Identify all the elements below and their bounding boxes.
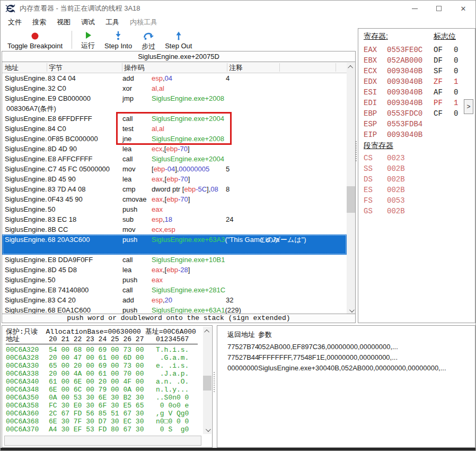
stack-row[interactable]: 00000000SiglusEngine.exe+30040B,052AB000… bbox=[217, 363, 473, 374]
hexdump-row[interactable]: 00C6A33065 00 20 00 69 00 73 00e. .i.s. bbox=[2, 362, 204, 370]
segment-register-row[interactable]: DS002B bbox=[364, 174, 427, 185]
toolbar-step-into[interactable]: Step Into bbox=[100, 28, 137, 51]
register-row[interactable]: ECX0093040B bbox=[364, 66, 433, 76]
register-row[interactable]: ESI0093040B bbox=[364, 87, 433, 98]
flag-row[interactable]: CF0 bbox=[434, 108, 465, 119]
menu-item-3[interactable]: 视图 bbox=[51, 16, 76, 28]
instruction-address: SiglusEngine. bbox=[5, 134, 48, 144]
disasm-row[interactable]: SiglusEngine.E8 74140800callSiglusEngine… bbox=[2, 285, 347, 295]
register-row[interactable]: EDX0093040B bbox=[364, 76, 433, 87]
scroll-up-icon[interactable] bbox=[347, 63, 355, 71]
disasm-column-label[interactable]: 字节 bbox=[49, 62, 63, 73]
hex-address: 00C6A320 bbox=[6, 346, 39, 354]
flag-row[interactable]: PF1 bbox=[434, 98, 465, 108]
expand-registers-button[interactable]: > bbox=[464, 99, 473, 114]
disasm-row[interactable]: SiglusEngine.8D 4D 90leaecx,[ebp-70] bbox=[2, 144, 347, 154]
hexdump-row[interactable]: 00C6A32820 00 47 00 61 00 6D 00 .G.a.m. bbox=[2, 354, 204, 362]
flag-row[interactable]: SF0 bbox=[434, 66, 465, 76]
segment-register-row[interactable]: CS0023 bbox=[364, 153, 427, 163]
disasm-row-selected[interactable]: SiglusEngine.68 20A3C600pushSiglusEngine… bbox=[2, 235, 347, 255]
disasm-row[interactable]: SiglusEngine.E8 DDA9F0FFcallSiglusEngine… bbox=[2, 255, 347, 265]
hex-ascii: ,g V Qg0 bbox=[156, 410, 189, 418]
segment-register-row[interactable]: FS0053 bbox=[364, 195, 427, 206]
hexdump-row[interactable]: 00C6A3602C 67 FD 56 85 51 67 30,g V Qg0 bbox=[2, 410, 204, 418]
hexdump-row[interactable]: 00C6A34061 00 6E 00 20 00 4F 00a.n. .O. bbox=[2, 378, 204, 386]
disasm-row[interactable]: SiglusEngine.0F43 45 90cmovaeeax,[ebp-70… bbox=[2, 194, 347, 204]
scrollbar-thumb[interactable] bbox=[347, 186, 355, 213]
scroll-down-icon[interactable] bbox=[203, 426, 211, 434]
disasm-row[interactable]: SiglusEngine.E9 CB000000jmpSiglusEngine.… bbox=[2, 93, 347, 103]
panel-splitter-handle[interactable] bbox=[356, 141, 357, 161]
disasm-row[interactable]: SiglusEngine.83 C4 20addesp,2032 bbox=[2, 295, 347, 305]
register-row[interactable]: EBX052AB000 bbox=[364, 55, 433, 66]
register-row[interactable]: EDI0093040B bbox=[364, 98, 433, 108]
flag-value: 1 bbox=[454, 98, 458, 108]
segment-register-row[interactable]: ES002B bbox=[364, 185, 427, 195]
panel-splitter-handle[interactable] bbox=[214, 372, 215, 392]
hexdump-row[interactable]: 00C6A32054 00 68 00 69 00 73 00T.h.i.s. bbox=[2, 346, 204, 354]
hexdump-row[interactable]: 00C6A3500A 00 53 30 6E 30 B2 30..S0n0 0 bbox=[2, 394, 204, 402]
disasm-row[interactable]: SiglusEngine.8B CCmovecx,esp bbox=[2, 224, 347, 235]
segment-name: DS bbox=[364, 175, 373, 184]
menu-item-1[interactable]: 文件 bbox=[3, 16, 27, 28]
toolbar-button-label: 运行 bbox=[81, 41, 95, 50]
disasm-row[interactable]: SiglusEngine.0F85 BC000000jneSiglusEngin… bbox=[2, 134, 347, 144]
disasm-row[interactable]: SiglusEngine.83 EC 18subesp,1824 bbox=[2, 214, 347, 224]
register-row[interactable]: ESP0553FDB4 bbox=[364, 119, 433, 129]
stack-col-parameters: 参数 bbox=[258, 330, 272, 340]
hexdump-scrollbar[interactable] bbox=[203, 327, 211, 434]
hexdump-row[interactable]: 00C6A358FC 30 E0 30 6F 30 E5 65 0 0o0 e bbox=[2, 402, 204, 410]
flag-row[interactable]: OF0 bbox=[434, 45, 465, 55]
disasm-column-label[interactable]: 操作码 bbox=[124, 62, 145, 73]
flag-row[interactable]: AF0 bbox=[434, 87, 465, 98]
scrollbar-thumb[interactable] bbox=[203, 376, 211, 391]
flag-row[interactable]: ZF1 bbox=[434, 76, 465, 87]
disasm-label-row[interactable]: 008306A7(条件) bbox=[2, 103, 347, 114]
toolbar-step-over[interactable]: 步过 bbox=[137, 28, 160, 51]
disasm-row[interactable]: SiglusEngine.E8 AFFCFFFFcallSiglusEngine… bbox=[2, 154, 347, 164]
stack-row[interactable]: 77527B74052AB000,EF897C36,00000000,00000… bbox=[217, 342, 473, 352]
segment-register-row[interactable]: SS002B bbox=[364, 163, 427, 174]
hexdump-row[interactable]: 00C6A3686E 30 7F 30 D7 30 EC 30n0□0 0 0 bbox=[2, 418, 204, 426]
scroll-up-icon[interactable] bbox=[203, 327, 211, 335]
hexdump-row[interactable]: 00C6A33820 00 4A 00 61 00 70 00 .J.a.p. bbox=[2, 370, 204, 378]
disasm-column-label[interactable]: 地址 bbox=[5, 62, 19, 73]
toolbar-run[interactable]: 运行 bbox=[76, 28, 100, 51]
maximize-button[interactable] bbox=[428, 1, 450, 16]
menu-item-2[interactable]: 搜索 bbox=[27, 16, 51, 28]
disasm-row[interactable]: SiglusEngine.C7 45 FC 05000000mov[ebp-04… bbox=[2, 164, 347, 174]
hexdump-row[interactable]: 00C6A370A4 30 EF 53 FD 80 67 30 0 S g0 bbox=[2, 426, 204, 433]
disasm-column-label[interactable]: 注释 bbox=[229, 62, 243, 73]
menu-item-6[interactable]: 内核工具 bbox=[125, 16, 163, 28]
close-button[interactable]: ✕ bbox=[452, 1, 474, 16]
disassembly-scrollbar[interactable] bbox=[347, 63, 355, 315]
stack-row[interactable]: 77527B44FFFFFFFF,77548F1E,00000000,00000… bbox=[217, 352, 473, 363]
disasm-row[interactable]: SiglusEngine.83 7D A4 08cmpdword ptr [eb… bbox=[2, 184, 347, 194]
toolbar-step-out[interactable]: Step Out bbox=[160, 28, 197, 51]
disasm-row[interactable]: SiglusEngine.83 C4 04addesp,044 bbox=[2, 73, 347, 83]
disasm-row[interactable]: SiglusEngine.32 C0xoral,al bbox=[2, 83, 347, 93]
disassembly-address-header[interactable]: SiglusEngine.exe+20075D bbox=[2, 51, 355, 62]
hex-bytes: 2C 67 FD 56 85 51 67 30 bbox=[49, 410, 144, 418]
menu-item-4[interactable]: 调试 bbox=[76, 16, 100, 28]
hexdump-row[interactable]: 00C6A3486E 00 6C 00 79 00 0A 00n.l.y... bbox=[2, 386, 204, 394]
disasm-row[interactable]: SiglusEngine.E8 6FFDFFFFcallSiglusEngine… bbox=[2, 114, 347, 124]
disasm-row[interactable]: SiglusEngine.84 C0testal,al bbox=[2, 124, 347, 134]
column-divider bbox=[279, 63, 280, 72]
disasm-row[interactable]: SiglusEngine.8D 45 D8leaeax,[ebp-28] bbox=[2, 265, 347, 275]
segment-register-row[interactable]: GS002B bbox=[364, 206, 427, 216]
disasm-row[interactable]: SiglusEngine.8D 45 90leaeax,[ebp-70] bbox=[2, 174, 347, 184]
instruction-bytes: 68 20A3C600 bbox=[48, 235, 90, 245]
register-name: EBP bbox=[364, 109, 377, 118]
register-row[interactable]: EBP0553FDC0 bbox=[364, 108, 433, 119]
register-row[interactable]: EIP0093040B bbox=[364, 129, 433, 140]
hex-ascii: a.n. .O. bbox=[156, 378, 189, 386]
menu-item-5[interactable]: 工具 bbox=[100, 16, 125, 28]
disasm-row[interactable]: SiglusEngine.50pusheax bbox=[2, 204, 347, 214]
toolbar-toggle-breakpoint[interactable]: Toggle Breakpoint bbox=[3, 28, 67, 51]
hex-ascii: n.l.y... bbox=[156, 386, 189, 394]
minimize-button[interactable] bbox=[403, 1, 426, 16]
register-row[interactable]: EAX0553FE0C bbox=[364, 45, 433, 55]
flag-row[interactable]: DF0 bbox=[434, 55, 465, 66]
disasm-row[interactable]: SiglusEngine.50pusheax bbox=[2, 275, 347, 285]
